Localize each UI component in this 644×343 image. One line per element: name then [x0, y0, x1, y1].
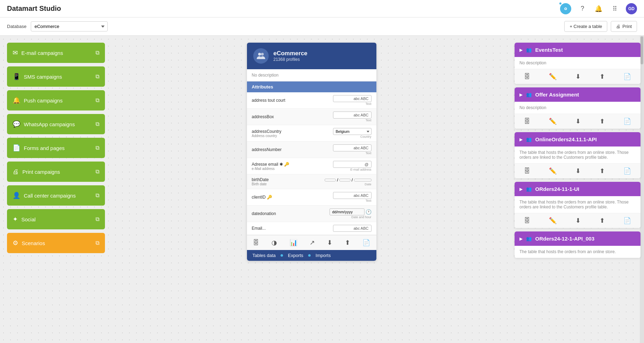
file-icon[interactable]: 📄: [623, 117, 631, 125]
sidebar-btn-left: 📱 SMS campaigns: [13, 73, 62, 80]
sidebar-item-label: Forms and pages: [24, 145, 65, 151]
table-description: The table that hosts the orders from an …: [515, 246, 641, 258]
attr-label-wrap: datedonation: [252, 211, 276, 216]
sidebar-item-push-campaigns[interactable]: 🔔 Push campaigns ⧉: [7, 90, 105, 110]
upload-icon[interactable]: ⬆: [600, 117, 605, 125]
expand-icon[interactable]: ▶: [519, 137, 523, 142]
tables-data-label[interactable]: Tables data: [253, 253, 276, 258]
sidebar-item-social[interactable]: ✦ Social ⧉: [7, 209, 105, 229]
upload-icon[interactable]: ⬆: [600, 167, 605, 175]
file-icon[interactable]: 📄: [623, 167, 631, 175]
notification-icon[interactable]: 🔔: [594, 4, 603, 14]
date-dd[interactable]: [325, 179, 336, 181]
upload-icon[interactable]: ⬆: [345, 239, 350, 246]
center-panel: eCommerce 21368 profiles No description …: [112, 36, 511, 343]
attr-label-wrap: address tout court: [252, 98, 285, 103]
pie-chart-icon[interactable]: ◑: [271, 239, 277, 246]
sidebar-btn-left: ⚙ Scenarios: [13, 239, 45, 247]
database-label: Database: [7, 24, 27, 29]
table-icons: 🗄 ✏️ ⬇ ⬆ 📄: [515, 164, 641, 178]
profile-name: eCommerce: [274, 50, 307, 57]
sidebar-item-whatsapp-campaigns[interactable]: 💬 WhatsApp campaigns ⧉: [7, 114, 105, 134]
file-icon[interactable]: 📄: [362, 239, 370, 246]
download-icon[interactable]: ⬇: [575, 73, 581, 80]
expand-icon[interactable]: ▶: [519, 187, 523, 192]
dot-separator: [308, 254, 311, 257]
card-bottom-bar: Tables data Exports Imports: [247, 250, 376, 261]
external-link-icon: ⧉: [95, 216, 99, 222]
sidebar-item-label: Print campaigns: [22, 169, 60, 175]
download-icon[interactable]: ⬇: [575, 217, 581, 224]
sidebar-item-email-campaigns[interactable]: ✉ E-mail campaigns ⧉: [7, 43, 105, 63]
edit-icon[interactable]: ✏️: [549, 117, 557, 125]
sidebar-item-scenarios[interactable]: ⚙ Scenarios ⧉: [7, 233, 105, 253]
attr-label: addressNumber: [252, 147, 282, 152]
edit-icon[interactable]: ✏️: [549, 217, 557, 224]
database-icon[interactable]: 🗄: [524, 73, 530, 80]
attr-field: abc ABC Text: [333, 144, 371, 155]
attr-row: addressNumber abc ABC Text: [247, 142, 376, 158]
sidebar-btn-left: ✦ Social: [13, 215, 36, 223]
download-icon[interactable]: ⬇: [575, 117, 581, 125]
date-yyyy[interactable]: [354, 179, 371, 181]
attr-field: abc ABC Text: [333, 192, 371, 202]
expand-icon[interactable]: ▶: [519, 48, 523, 52]
sidebar-item-label: E-mail campaigns: [21, 50, 63, 56]
user-avatar[interactable]: GD: [626, 3, 637, 14]
export-icon[interactable]: ↗: [310, 239, 315, 246]
field-type: Text: [366, 119, 371, 122]
download-icon[interactable]: ⬇: [327, 239, 332, 246]
country-select[interactable]: Belgium: [333, 128, 371, 135]
file-icon[interactable]: 📄: [623, 217, 631, 224]
date-mm[interactable]: [339, 179, 351, 181]
external-link-icon: ⧉: [95, 240, 99, 246]
sidebar: ✉ E-mail campaigns ⧉ 📱 SMS campaigns ⧉ 🔔…: [0, 36, 112, 343]
table-card-body: The table that hosts the orders from an …: [515, 147, 641, 178]
edit-icon[interactable]: ✏️: [549, 73, 557, 80]
attr-field: dd/mm/yyyy 🕐 Date and hour: [330, 208, 371, 219]
expand-icon[interactable]: ▶: [519, 92, 523, 97]
upload-icon[interactable]: ⬆: [600, 217, 605, 224]
edit-icon[interactable]: ✏️: [549, 167, 557, 175]
hi-avatar[interactable]: Hi: [560, 3, 571, 14]
print-icon: 🖨: [13, 168, 19, 176]
database-select[interactable]: eCommerce: [31, 21, 108, 31]
attr-label-wrap: clientID 🔑: [252, 195, 272, 200]
table-card-orders-api-003: ▶ 👥 ORders24-12-1-API_003 The table that…: [515, 231, 641, 258]
file-icon[interactable]: 📄: [623, 73, 631, 80]
external-link-icon: ⧉: [95, 73, 99, 80]
upload-icon[interactable]: ⬆: [600, 73, 605, 80]
sidebar-item-forms-and-pages[interactable]: 📄 Forms and pages ⧉: [7, 138, 105, 158]
sidebar-item-sms-campaigns[interactable]: 📱 SMS campaigns ⧉: [7, 66, 105, 87]
datetime-input[interactable]: dd/mm/yyyy: [330, 208, 365, 215]
bar-chart-icon[interactable]: 📊: [290, 239, 297, 246]
create-table-button[interactable]: + Create a table: [564, 21, 607, 32]
print-button[interactable]: 🖨 Print: [611, 21, 637, 32]
clock-icon: 🕐: [366, 209, 371, 215]
exports-label[interactable]: Exports: [288, 253, 303, 258]
profile-card: eCommerce 21368 profiles No description …: [247, 43, 376, 261]
download-icon[interactable]: ⬇: [575, 167, 581, 175]
table-person-icon: 👥: [526, 47, 532, 52]
database-icon[interactable]: 🗄: [524, 118, 530, 125]
imports-label[interactable]: Imports: [316, 253, 331, 258]
help-icon[interactable]: ?: [578, 4, 587, 14]
field-value: abc ABC: [333, 225, 371, 232]
table-card-body: The table that hosts the orders from an …: [515, 246, 641, 258]
database-icon[interactable]: 🗄: [253, 239, 259, 246]
database-icon[interactable]: 🗄: [524, 167, 530, 175]
expand-icon[interactable]: ▶: [519, 236, 523, 241]
attr-label-wrap: birthDate Birth date: [252, 177, 269, 186]
sidebar-item-print-campaigns[interactable]: 🖨 Print campaigns ⧉: [7, 162, 105, 182]
table-title: EventsTest: [535, 47, 563, 53]
date-field: / /: [325, 177, 371, 183]
sidebar-item-label: SMS campaigns: [24, 74, 62, 80]
attr-row: datedonation dd/mm/yyyy 🕐 Date and hour: [247, 206, 376, 222]
attr-field: / / Date: [325, 177, 371, 186]
database-icon[interactable]: 🗄: [524, 217, 530, 224]
whatsapp-icon: 💬: [13, 120, 20, 128]
sidebar-item-call-center[interactable]: 👤 Call center campaigns ⧉: [7, 185, 105, 206]
attr-label: Adresse email ✱ 🔑: [252, 162, 290, 167]
apps-icon[interactable]: ⠿: [610, 4, 620, 14]
attr-sublabel: Address country: [252, 134, 282, 138]
